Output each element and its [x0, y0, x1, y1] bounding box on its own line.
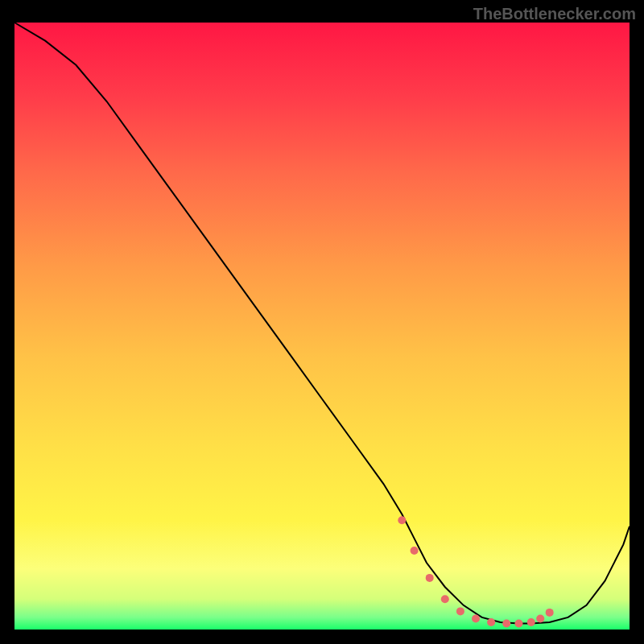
marker-dot [527, 618, 535, 626]
marker-dot [411, 547, 419, 555]
plot-background [14, 23, 630, 630]
marker-dot [514, 619, 522, 627]
watermark-text: TheBottlenecker.com [473, 5, 636, 23]
marker-dot [456, 607, 464, 615]
marker-dot [546, 609, 554, 617]
marker-dot [441, 595, 449, 603]
marker-dot [502, 619, 510, 627]
bottleneck-chart [0, 0, 644, 644]
marker-dot [536, 614, 544, 622]
marker-dot [398, 516, 406, 524]
marker-dot [487, 618, 495, 626]
marker-dot [426, 574, 434, 582]
marker-dot [472, 614, 480, 622]
chart-container: TheBottlenecker.com [0, 0, 644, 644]
